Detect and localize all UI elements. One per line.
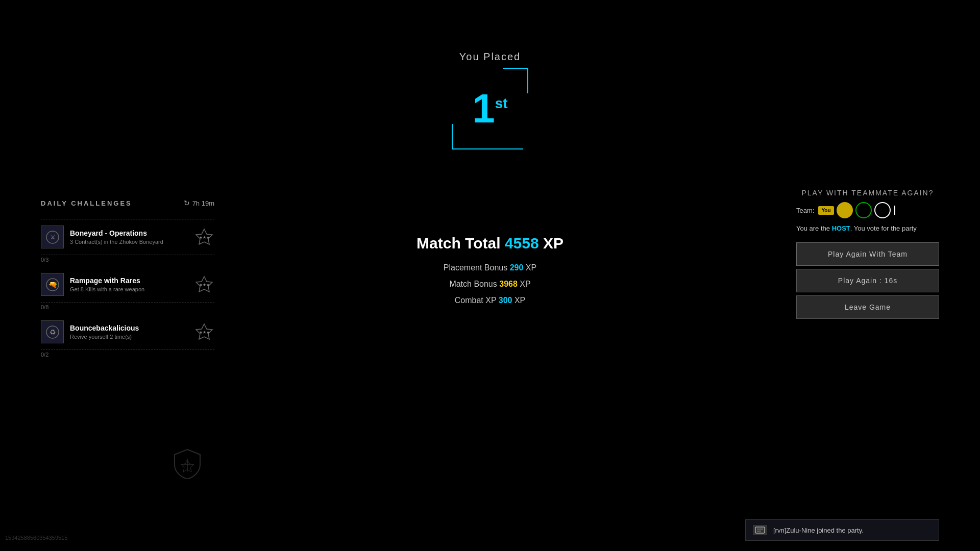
placement-section: You Placed 1st bbox=[452, 51, 528, 149]
svg-text:★★★: ★★★ bbox=[199, 235, 209, 240]
crown-icon bbox=[840, 206, 850, 214]
svg-marker-15 bbox=[841, 207, 849, 213]
notification-text: [rvn]Zulu-Nine joined the party. bbox=[773, 527, 864, 534]
svg-text:★★★: ★★★ bbox=[199, 283, 209, 287]
notification-bar: [rvn]Zulu-Nine joined the party. bbox=[745, 519, 939, 541]
challenges-header: DAILY CHALLENGES ↻ 7h 19m bbox=[41, 199, 214, 211]
svg-text:♻: ♻ bbox=[49, 328, 56, 336]
match-bonus-row: Match Bonus 3968 XP bbox=[416, 276, 564, 292]
match-total-xp: 4558 bbox=[505, 235, 539, 252]
challenge-desc-2: Get 8 Kills with a rare weapon bbox=[70, 286, 188, 292]
challenge-info-2: Rampage with Rares Get 8 Kills with a ra… bbox=[70, 277, 188, 292]
challenge-badge-3: ★★★ bbox=[194, 322, 214, 342]
svg-rect-16 bbox=[755, 527, 765, 533]
revive-icon: ♻ bbox=[45, 325, 60, 339]
challenge-item-3: ♻ Bouncebackalicious Revive yourself 2 t… bbox=[41, 314, 214, 350]
challenge-badge-2: ★★★ bbox=[194, 274, 214, 295]
challenge-desc-1: 3 Contract(s) in the Zhokov Boneyard bbox=[70, 239, 188, 245]
challenge-info-1: Boneyard - Operations 3 Contract(s) in t… bbox=[70, 229, 188, 245]
challenge-desc-3: Revive yourself 2 time(s) bbox=[70, 334, 188, 340]
challenge-item-1: ⚔ Boneyard - Operations 3 Contract(s) in… bbox=[41, 219, 214, 255]
typing-cursor bbox=[894, 206, 895, 215]
refresh-icon: ↻ bbox=[184, 199, 190, 207]
placement-suffix: st bbox=[495, 95, 508, 111]
challenges-title: DAILY CHALLENGES bbox=[41, 199, 132, 207]
crown-avatar bbox=[837, 202, 853, 218]
team-avatars: You bbox=[818, 202, 895, 218]
match-bonus-value: 3968 bbox=[499, 280, 518, 288]
notification-icon bbox=[753, 525, 767, 535]
teammate-avatar-2 bbox=[874, 202, 891, 218]
play-again-button[interactable]: Play Again : 16s bbox=[796, 269, 939, 292]
right-panel: PLAY WITH TEAMMATE AGAIN? Team: You You … bbox=[796, 189, 939, 322]
leave-game-button[interactable]: Leave Game bbox=[796, 295, 939, 319]
team-label-row: Team: You bbox=[796, 202, 939, 218]
placement-bonus-row: Placement Bonus 290 XP bbox=[416, 260, 564, 276]
challenge-progress-1: 0/3 bbox=[41, 255, 214, 267]
placement-number: 1st bbox=[472, 88, 507, 129]
team-label: Team: bbox=[796, 207, 814, 214]
placement-frame: 1st bbox=[452, 68, 528, 149]
challenge-name-3: Bouncebackalicious bbox=[70, 324, 188, 332]
combat-xp-value: 300 bbox=[499, 296, 512, 305]
challenge-icon-2: 🔫 bbox=[41, 273, 64, 296]
challenge-progress-3: 0/2 bbox=[41, 350, 214, 362]
teammate-header: PLAY WITH TEAMMATE AGAIN? bbox=[796, 189, 939, 197]
timer-value: 7h 19m bbox=[192, 199, 214, 207]
challenge-icon-3: ♻ bbox=[41, 320, 64, 343]
challenges-timer: ↻ 7h 19m bbox=[184, 199, 214, 207]
daily-challenges-panel: DAILY CHALLENGES ↻ 7h 19m ⚔ Boneyard - O… bbox=[41, 199, 214, 362]
chat-icon bbox=[755, 527, 765, 534]
combat-xp-row: Combat XP 300 XP bbox=[416, 292, 564, 309]
you-avatar: You bbox=[818, 206, 834, 215]
match-total-label: Match Total 4558 XP bbox=[416, 235, 564, 252]
svg-text:★★★: ★★★ bbox=[199, 330, 209, 335]
placement-bonus-value: 290 bbox=[510, 263, 524, 272]
challenge-icon-1: ⚔ bbox=[41, 226, 64, 248]
rares-icon: 🔫 bbox=[45, 278, 60, 292]
host-text: You are the HOST. You vote for the party bbox=[796, 224, 939, 232]
match-total-section: Match Total 4558 XP Placement Bonus 290 … bbox=[416, 235, 564, 309]
challenge-progress-2: 0/8 bbox=[41, 303, 214, 314]
challenge-name-1: Boneyard - Operations bbox=[70, 229, 188, 237]
teammate-avatar-1 bbox=[855, 202, 872, 218]
challenge-item-2: 🔫 Rampage with Rares Get 8 Kills with a … bbox=[41, 267, 214, 303]
host-highlight: HOST bbox=[832, 224, 850, 232]
frame-bottom-bar bbox=[457, 148, 523, 149]
challenge-info-3: Bouncebackalicious Revive yourself 2 tim… bbox=[70, 324, 188, 340]
session-id: 15942588560354359515 bbox=[5, 535, 67, 541]
challenge-name-2: Rampage with Rares bbox=[70, 277, 188, 285]
challenge-badge-1: ★★★ bbox=[194, 227, 214, 247]
play-again-team-button[interactable]: Play Again With Team bbox=[796, 242, 939, 266]
bottom-shield-icon bbox=[174, 448, 202, 485]
svg-text:🔫: 🔫 bbox=[48, 281, 57, 289]
boneyard-icon: ⚔ bbox=[45, 230, 60, 244]
you-placed-label: You Placed bbox=[452, 51, 528, 63]
svg-text:⚔: ⚔ bbox=[50, 234, 55, 241]
xp-breakdown: Placement Bonus 290 XP Match Bonus 3968 … bbox=[416, 260, 564, 309]
